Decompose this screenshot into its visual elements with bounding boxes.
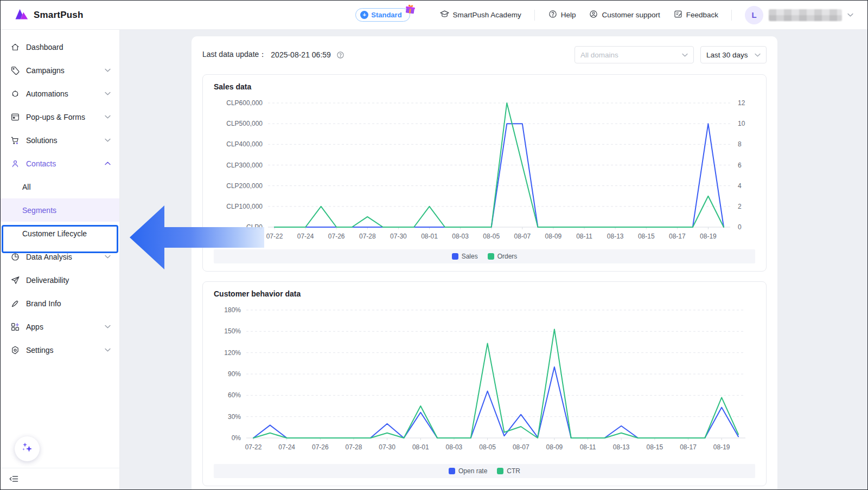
behavior-chart-title: Customer behavior data xyxy=(214,289,755,298)
sales-chart-title: Sales data xyxy=(214,82,755,91)
avatar: L xyxy=(745,6,763,24)
svg-text:CLP300,000: CLP300,000 xyxy=(226,162,263,169)
gear-icon xyxy=(10,345,20,355)
sidebar-item-label: Data Analysis xyxy=(26,253,99,261)
chevron-down-icon xyxy=(105,115,111,119)
sidebar-item-label: Campaigns xyxy=(26,66,99,75)
chevron-down-icon xyxy=(105,325,111,328)
svg-text:CLP400,000: CLP400,000 xyxy=(226,140,263,148)
popup-icon xyxy=(10,112,20,122)
automation-icon xyxy=(10,89,20,99)
chevron-down-icon xyxy=(105,92,111,95)
customer-behavior-card: Customer behavior data 180%150%120%90%60… xyxy=(202,281,767,486)
sidebar-footer xyxy=(1,468,119,489)
nav-customer-support[interactable]: Customer support xyxy=(589,9,660,21)
legend-label: Sales xyxy=(462,253,478,260)
ai-assistant-button[interactable] xyxy=(15,436,40,461)
sidebar-item-solutions[interactable]: Solutions xyxy=(1,128,119,152)
sidebar: DashboardCampaignsAutomationsPop-ups & F… xyxy=(1,30,120,489)
svg-text:8: 8 xyxy=(738,140,742,148)
sidebar-item-campaigns[interactable]: Campaigns xyxy=(1,59,119,82)
chevron-down-icon xyxy=(105,68,111,72)
svg-text:150%: 150% xyxy=(224,327,241,335)
legend-item-orders[interactable]: Orders xyxy=(488,253,518,260)
chevron-down-icon xyxy=(755,53,761,57)
chevron-down-icon xyxy=(847,13,853,17)
svg-text:08-09: 08-09 xyxy=(546,443,563,451)
svg-text:60%: 60% xyxy=(228,391,241,399)
sidebar-item-label: Solutions xyxy=(26,136,99,145)
svg-text:08-01: 08-01 xyxy=(421,233,438,240)
sidebar-item-data-analysis[interactable]: Data Analysis xyxy=(1,245,119,268)
brand[interactable]: SmartPush xyxy=(15,8,84,22)
sidebar-item-label: Contacts xyxy=(26,159,99,168)
svg-text:07-24: 07-24 xyxy=(278,443,295,451)
legend-label: CTR xyxy=(507,467,520,475)
header-divider xyxy=(731,10,732,21)
nav-feedback[interactable]: Feedback xyxy=(673,9,718,21)
sales-chart-legend: SalesOrders xyxy=(214,249,755,263)
svg-text:0%: 0% xyxy=(232,434,241,442)
svg-text:CLP100,000: CLP100,000 xyxy=(226,203,263,210)
sidebar-subitem-segments[interactable]: Segments xyxy=(1,198,119,222)
info-icon[interactable] xyxy=(336,51,344,59)
sidebar-item-pop-ups-forms[interactable]: Pop-ups & Forms xyxy=(1,105,119,128)
sidebar-item-brand-info[interactable]: Brand Info xyxy=(1,292,119,315)
support-icon xyxy=(589,9,598,21)
help-icon xyxy=(548,9,558,21)
domain-filter-select[interactable]: All domains xyxy=(575,46,694,63)
svg-text:180%: 180% xyxy=(224,306,241,314)
svg-text:10: 10 xyxy=(738,120,745,127)
feedback-icon xyxy=(673,9,683,21)
cart-icon xyxy=(10,136,20,145)
sidebar-item-label: Apps xyxy=(26,323,99,331)
nav-label: SmartPush Academy xyxy=(453,11,521,19)
svg-text:08-07: 08-07 xyxy=(513,443,529,451)
legend-label: Orders xyxy=(497,253,518,260)
legend-item-sales[interactable]: Sales xyxy=(452,253,478,260)
sidebar-item-dashboard[interactable]: Dashboard xyxy=(1,35,119,59)
sidebar-item-label: Brand Info xyxy=(26,299,111,308)
plan-badge[interactable]: + Standard xyxy=(355,8,410,22)
collapse-sidebar-icon[interactable] xyxy=(9,475,18,483)
behavior-chart-legend: Open rateCTR xyxy=(214,464,755,478)
nav-help[interactable]: Help xyxy=(548,9,576,21)
svg-text:CLP600,000: CLP600,000 xyxy=(226,99,263,107)
sidebar-item-deliverability[interactable]: Deliverability xyxy=(1,268,119,292)
apps-icon xyxy=(10,322,20,332)
sidebar-subitem-customer-lifecycle[interactable]: Customer Lifecycle xyxy=(1,222,119,245)
app-window: SmartPush + Standard xyxy=(0,0,868,490)
nav-label: Customer support xyxy=(602,11,660,19)
legend-item-open-rate[interactable]: Open rate xyxy=(449,467,487,475)
svg-text:07-26: 07-26 xyxy=(328,233,345,240)
legend-label: Open rate xyxy=(458,467,487,475)
top-header: SmartPush + Standard xyxy=(1,1,867,30)
sidebar-subitem-label: Segments xyxy=(22,206,56,215)
svg-text:2: 2 xyxy=(738,203,742,210)
sidebar-item-apps[interactable]: Apps xyxy=(1,315,119,338)
academy-icon xyxy=(439,9,450,21)
legend-swatch xyxy=(497,468,503,474)
behavior-chart[interactable]: 180%150%120%90%60%30%0%07-2207-2407-2607… xyxy=(214,301,756,462)
svg-text:08-03: 08-03 xyxy=(452,233,469,240)
svg-text:07-22: 07-22 xyxy=(245,443,262,451)
sidebar-item-automations[interactable]: Automations xyxy=(1,82,119,105)
sidebar-item-settings[interactable]: Settings xyxy=(1,338,119,362)
sales-chart[interactable]: CLP600,00012CLP500,00010CLP400,0008CLP30… xyxy=(214,94,756,247)
svg-text:120%: 120% xyxy=(224,349,241,357)
svg-text:08-17: 08-17 xyxy=(669,233,686,240)
date-range-select[interactable]: Last 30 days xyxy=(700,46,767,63)
user-name-blurred xyxy=(769,9,842,21)
legend-item-ctr[interactable]: CTR xyxy=(497,467,520,475)
sidebar-subitem-all[interactable]: All xyxy=(1,175,119,198)
user-menu[interactable]: L xyxy=(745,6,853,24)
svg-text:07-22: 07-22 xyxy=(266,233,283,240)
svg-text:08-05: 08-05 xyxy=(479,443,496,451)
nav-smartpush-academy[interactable]: SmartPush Academy xyxy=(439,9,521,21)
chevron-down-icon xyxy=(105,255,111,259)
nav-label: Feedback xyxy=(686,11,718,19)
svg-text:08-11: 08-11 xyxy=(576,233,592,240)
domain-filter-placeholder: All domains xyxy=(580,51,618,59)
sidebar-item-contacts[interactable]: Contacts xyxy=(1,152,119,175)
tag-icon xyxy=(10,66,20,75)
